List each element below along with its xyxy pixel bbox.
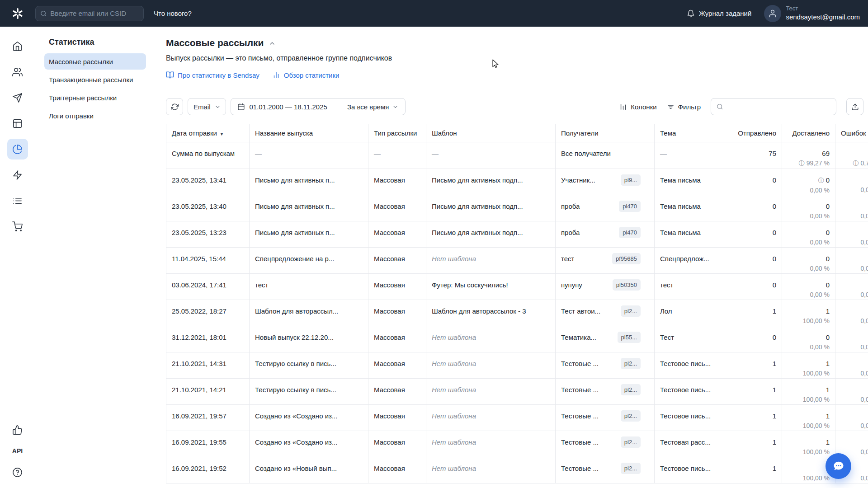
table-row[interactable]: 21.10.2021, 14:21 Тестирую ссылку в пись… [166, 379, 868, 405]
help-button[interactable] [7, 462, 28, 483]
period-select[interactable]: За все время [347, 103, 399, 111]
whats-new-link[interactable]: Что нового? [154, 9, 192, 17]
header-type[interactable]: Тип рассылки [368, 124, 426, 142]
nav-lists-button[interactable] [7, 190, 28, 211]
collapse-section-button[interactable] [269, 40, 276, 47]
cell-delivered: ⓘ0 0,00 % [782, 169, 835, 195]
header-name[interactable]: Название выпуска [250, 124, 368, 142]
cell-type: Массовая [368, 169, 426, 195]
table-row[interactable]: 23.05.2025, 13:23 Письмо для активных п.… [166, 221, 868, 248]
table-row[interactable]: 21.10.2021, 14:31 Тестирую ссылку в пись… [166, 352, 868, 379]
cell-recipients: проба pl470 [556, 221, 655, 248]
feedback-button[interactable] [7, 419, 28, 440]
header-recipients[interactable]: Получатели [556, 124, 655, 142]
list-badge: pl9... [621, 174, 641, 186]
cell-delivered: 0 0,00 % [782, 248, 835, 274]
list-badge: pl2... [621, 436, 641, 448]
support-chat-button[interactable] [826, 453, 851, 479]
table-header-row: Дата отправки▼ Название выпуска Тип расс… [166, 124, 868, 142]
table-row[interactable]: 23.05.2025, 13:40 Письмо для активных п.… [166, 195, 868, 221]
header-errors[interactable]: Ошибок [835, 124, 868, 142]
filter-button[interactable]: Фильтр [667, 103, 701, 111]
cell-errors: 0 0,00 % [835, 169, 868, 195]
table-search[interactable] [711, 98, 836, 115]
table-row[interactable]: 16.09.2021, 19:55 Создано из «Создано из… [166, 431, 868, 457]
header-sent[interactable]: Отправлено [729, 124, 782, 142]
logo-sparkle-icon [12, 8, 24, 19]
columns-button[interactable]: Колонки [619, 103, 656, 111]
cell-sent: 1 [729, 405, 782, 431]
cell-errors: 0 0,00 % [835, 274, 868, 300]
table-row[interactable]: 16.09.2021, 19:52 Создано из «Новый вып.… [166, 457, 868, 483]
cell-sent: 0 [729, 169, 782, 195]
table-row[interactable]: 31.12.2021, 18:01 Новый выпуск 22.12.20.… [166, 326, 868, 352]
chevron-down-icon [392, 103, 399, 110]
global-search[interactable] [35, 6, 144, 21]
sidebar-item-trigger[interactable]: Триггерные рассылки [44, 89, 146, 106]
cell-template: Письмо для активных подп... [426, 195, 556, 221]
cell-errors: 0 0,00 % [835, 326, 868, 352]
list-badge: pl55... [618, 332, 641, 343]
cell-sent: 0 [729, 221, 782, 248]
refresh-button[interactable] [166, 98, 183, 115]
send-icon [12, 93, 23, 103]
cell-name: Спецпредложение на р... [250, 248, 368, 274]
cell-errors: 0 0,00 % [835, 379, 868, 405]
sidebar-item-send-logs[interactable]: Логи отправки [44, 108, 146, 124]
table-row[interactable]: 23.05.2025, 13:41 Письмо для активных п.… [166, 169, 868, 195]
docs-link[interactable]: Про статистику в Sendsay [166, 71, 259, 79]
cell-template: Нет шаблона [426, 379, 556, 405]
global-search-input[interactable] [50, 9, 139, 17]
nav-automation-button[interactable] [7, 164, 28, 185]
nav-shop-button[interactable] [7, 216, 28, 237]
cell-type: Массовая [368, 195, 426, 221]
header-delivered[interactable]: Доставлено [782, 124, 835, 142]
header-subject[interactable]: Тема [655, 124, 729, 142]
sidebar-item-mass-campaigns[interactable]: Массовые рассылки [44, 53, 146, 70]
header-date[interactable]: Дата отправки▼ [166, 124, 250, 142]
list-badge: pl470 [619, 201, 641, 212]
chat-bubble-icon [832, 460, 845, 473]
nav-subscribers-button[interactable] [7, 61, 28, 82]
table-row[interactable]: 16.09.2021, 19:57 Создано из «Создано из… [166, 405, 868, 431]
api-button[interactable]: API [12, 446, 23, 456]
table-search-input[interactable] [727, 103, 830, 111]
nav-layout-button[interactable] [7, 113, 28, 134]
user-email: sendsaytest@gmail.com [786, 13, 860, 22]
cell-recipients: Тестовые ... pl2... [556, 352, 655, 379]
list-badge: pf95685 [612, 253, 641, 264]
cell-name: Шаблон для авторассыл... [250, 300, 368, 326]
user-menu[interactable]: Тест sendsaytest@gmail.com [764, 5, 860, 22]
table-row[interactable]: 11.04.2025, 15:44 Спецпредложение на р..… [166, 248, 868, 274]
cell-subject: тест [655, 274, 729, 300]
overview-link[interactable]: Обзор статистики [272, 71, 340, 79]
users-icon [12, 67, 23, 77]
cell-date: 16.09.2021, 19:52 [166, 457, 250, 483]
cell-delivered: 0 0,00 % [782, 221, 835, 248]
export-button[interactable] [846, 98, 863, 115]
page-subtitle: Выпуск рассылки — это письмо, отправленн… [166, 54, 868, 62]
table-row[interactable]: 25.05.2022, 18:27 Шаблон для авторассыл.… [166, 300, 868, 326]
sendsay-logo[interactable] [0, 8, 35, 19]
info-icon: ⓘ [853, 160, 859, 167]
cell-name: Создано из «Новый вып... [250, 457, 368, 483]
date-range-control[interactable]: 01.01.2000 — 18.11.2025 За все время [231, 98, 406, 115]
nav-campaigns-button[interactable] [7, 87, 28, 108]
cell-template: Письмо для активных подп... [426, 221, 556, 248]
header-template[interactable]: Шаблон [426, 124, 556, 142]
sort-desc-icon: ▼ [220, 132, 224, 136]
summary-label: Сумма по выпускам [166, 142, 250, 169]
cell-type: Массовая [368, 274, 426, 300]
channel-select[interactable]: Email [188, 98, 226, 115]
cell-type: Массовая [368, 221, 426, 248]
nav-statistics-button[interactable] [7, 139, 28, 160]
cell-sent: 0 [729, 248, 782, 274]
task-journal-button[interactable]: Журнал заданий [687, 9, 751, 18]
list-icon [12, 196, 23, 206]
cell-date: 23.05.2025, 13:41 [166, 169, 250, 195]
user-icon [768, 9, 777, 18]
table-row[interactable]: 03.06.2024, 17:41 тест Массовая Футер: М… [166, 274, 868, 300]
nav-home-button[interactable] [7, 36, 28, 56]
sidebar-item-transactional[interactable]: Транзакционные рассылки [44, 71, 146, 88]
cell-recipients: Тематика... pl55... [556, 326, 655, 352]
